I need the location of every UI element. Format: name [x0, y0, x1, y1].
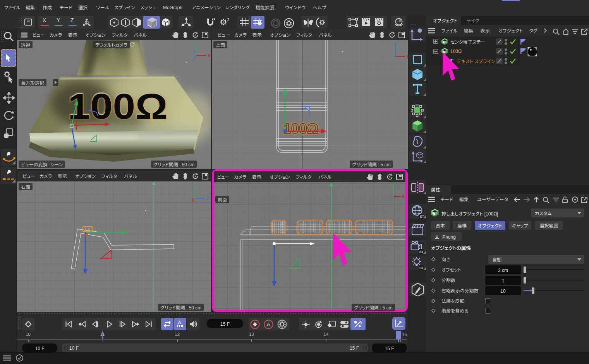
- svg-text:Y: Y: [194, 184, 197, 188]
- svg-text:X: X: [407, 54, 408, 59]
- svg-text:Z: Z: [389, 196, 392, 200]
- svg-text:100Ω: 100Ω: [283, 121, 318, 137]
- svg-text:100Ω: 100Ω: [68, 87, 168, 126]
- svg-text:X: X: [192, 198, 195, 202]
- svg-text:A: A: [267, 321, 270, 327]
- svg-text:Y: Y: [195, 41, 198, 46]
- svg-text:Z: Z: [394, 42, 397, 46]
- svg-text:Y: Y: [392, 182, 395, 186]
- svg-text:A: A: [178, 320, 181, 325]
- svg-text:X: X: [402, 194, 405, 199]
- svg-text:Z: Z: [193, 50, 196, 54]
- svg-text:X: X: [208, 53, 211, 58]
- svg-text:Y: Y: [392, 56, 394, 60]
- svg-text:Z: Z: [206, 196, 209, 201]
